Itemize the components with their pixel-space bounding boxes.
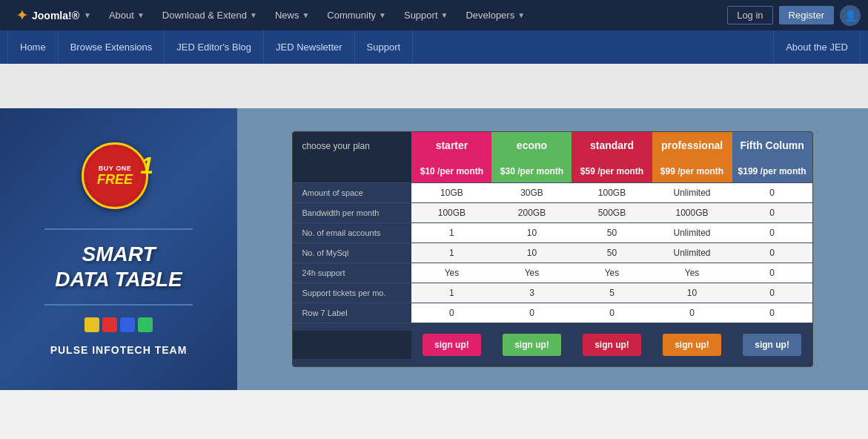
- row-label-4: 24h support: [293, 263, 411, 283]
- row-value-2-4: 0: [732, 223, 812, 242]
- signup-label-cell: [293, 331, 411, 359]
- title-line1: SMART: [55, 242, 182, 267]
- cube-yellow: [85, 317, 99, 332]
- row-value-0-3: Unlimited: [652, 183, 732, 202]
- row-value-4-1: Yes: [491, 263, 572, 283]
- row-value-1-0: 100GB: [411, 203, 491, 222]
- sec-nav-newsletter[interactable]: JED Newsletter: [264, 30, 355, 64]
- title-line2: DATA TABLE: [55, 267, 182, 292]
- right-panel: choose your plan starter econo standard …: [237, 108, 868, 390]
- sec-nav-blog[interactable]: JED Editor's Blog: [165, 30, 264, 64]
- signup-row: sign up! sign up! sign up! sign up! sign…: [293, 323, 812, 366]
- developers-chevron-icon: ▼: [517, 11, 525, 19]
- pricing-header: choose your plan starter econo standard …: [293, 132, 812, 160]
- row-value-3-1: 10: [491, 243, 572, 263]
- row-value-6-1: 0: [491, 303, 572, 323]
- about-chevron-icon: ▼: [137, 11, 145, 19]
- table-row: Row 7 Label00000: [293, 303, 812, 323]
- signup-starter-cell: sign up!: [411, 331, 491, 359]
- nav-item-developers[interactable]: Developers ▼: [457, 0, 534, 30]
- main-content: BUY ONE FREE 1 SMART DATA TABLE PULSE IN…: [0, 108, 868, 390]
- price-row: $10 /per month $30 /per month $59 /per m…: [293, 160, 812, 182]
- row-value-3-3: Unlimited: [652, 243, 732, 263]
- avatar[interactable]: 👤: [840, 5, 861, 26]
- signup-button-starter[interactable]: sign up!: [423, 334, 481, 356]
- pricing-table: choose your plan starter econo standard …: [292, 131, 812, 367]
- row-value-1-2: 500GB: [572, 203, 652, 222]
- top-nav-right: Log in Register 👤: [727, 5, 861, 26]
- signup-button-standard[interactable]: sign up!: [583, 334, 641, 356]
- row-value-1-3: 1000GB: [652, 203, 732, 222]
- badge-buy-one: BUY ONE: [99, 165, 131, 172]
- row-value-0-0: 10GB: [411, 183, 491, 202]
- smart-title: SMART DATA TABLE: [55, 242, 182, 291]
- joomla-star-icon: ✦: [16, 7, 27, 24]
- row-value-3-0: 1: [411, 243, 491, 263]
- nav-item-support[interactable]: Support ▼: [395, 0, 457, 30]
- row-label-3: No. of MySql: [293, 243, 411, 263]
- badge-free-text: FREE: [97, 172, 133, 188]
- table-row: 24h supportYesYesYesYes0: [293, 263, 812, 283]
- row-value-0-1: 30GB: [491, 183, 572, 202]
- signup-standard-cell: sign up!: [572, 331, 652, 359]
- row-value-5-3: 10: [652, 283, 732, 303]
- register-button[interactable]: Register: [779, 6, 834, 24]
- banner-area: [0, 64, 868, 108]
- top-nav-left: ✦ Joomla!® ▼ About ▼ Download & Extend ▼…: [7, 0, 727, 30]
- row-value-6-2: 0: [572, 303, 652, 323]
- price-standard: $59 /per month: [572, 160, 652, 182]
- signup-button-econo[interactable]: sign up!: [503, 334, 561, 356]
- nav-item-news[interactable]: News ▼: [266, 0, 318, 30]
- row-value-1-4: 0: [732, 203, 812, 222]
- left-divider: [44, 228, 193, 230]
- price-label: [293, 160, 411, 182]
- plan-header-econo: econo: [491, 132, 572, 160]
- row-value-4-2: Yes: [572, 263, 652, 283]
- sec-nav-support[interactable]: Support: [355, 30, 414, 64]
- signup-professional-cell: sign up!: [652, 331, 732, 359]
- nav-item-community[interactable]: Community ▼: [318, 0, 395, 30]
- row-value-3-2: 50: [572, 243, 652, 263]
- exclamation-mark: 1: [140, 152, 153, 179]
- sec-nav-home[interactable]: Home: [7, 30, 59, 64]
- sec-nav-about-jed[interactable]: About the JED: [773, 30, 861, 64]
- row-value-5-2: 5: [572, 283, 652, 303]
- row-value-0-2: 100GB: [572, 183, 652, 202]
- signup-button-fifth[interactable]: sign up!: [743, 334, 801, 356]
- row-value-2-3: Unlimited: [652, 223, 732, 242]
- signup-button-professional[interactable]: sign up!: [663, 334, 721, 356]
- row-value-4-3: Yes: [652, 263, 732, 283]
- table-row: Support tickets per mo.135100: [293, 283, 812, 303]
- table-row: Bandwidth per month100GB200GB500GB1000GB…: [293, 202, 812, 222]
- price-fifth: $199 /per month: [732, 160, 812, 182]
- row-label-1: Bandwidth per month: [293, 203, 411, 222]
- left-divider-2: [44, 304, 193, 306]
- cube-green: [138, 317, 153, 332]
- download-chevron-icon: ▼: [250, 11, 257, 19]
- row-value-4-4: 0: [732, 263, 812, 283]
- joomla-label: Joomla!®: [32, 10, 79, 22]
- row-label-6: Row 7 Label: [293, 303, 411, 323]
- row-value-5-1: 3: [491, 283, 572, 303]
- sec-nav-browse[interactable]: Browse Extensions: [59, 30, 165, 64]
- plan-header-professional: professional: [652, 132, 732, 160]
- pulse-team-label: PULSE INFOTECH TEAM: [50, 344, 188, 356]
- row-value-3-4: 0: [732, 243, 812, 263]
- nav-item-about[interactable]: About ▼: [100, 0, 153, 30]
- row-value-5-0: 1: [411, 283, 491, 303]
- secondary-navbar: Home Browse Extensions JED Editor's Blog…: [0, 30, 868, 64]
- nav-item-download[interactable]: Download & Extend ▼: [153, 0, 266, 30]
- support-chevron-icon: ▼: [441, 11, 448, 19]
- plan-header-fifth: Fifth Column: [732, 132, 812, 160]
- row-label-5: Support tickets per mo.: [293, 283, 411, 303]
- login-button[interactable]: Log in: [727, 6, 772, 24]
- joomla-chevron-icon: ▼: [84, 11, 91, 19]
- row-value-2-0: 1: [411, 223, 491, 242]
- signup-econo-cell: sign up!: [491, 331, 572, 359]
- row-value-4-0: Yes: [411, 263, 491, 283]
- row-label-2: No. of email accounts: [293, 223, 411, 242]
- cube-red: [102, 317, 117, 332]
- cubes-decoration: [85, 317, 153, 332]
- signup-fifth-cell: sign up!: [732, 331, 812, 359]
- joomla-logo[interactable]: ✦ Joomla!® ▼: [7, 0, 100, 30]
